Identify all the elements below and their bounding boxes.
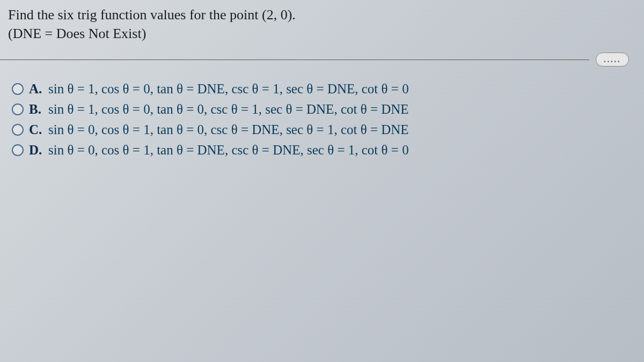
- option-d[interactable]: D. sin θ = 0, cos θ = 1, tan θ = DNE, cs…: [12, 143, 632, 158]
- option-b[interactable]: B. sin θ = 1, cos θ = 0, tan θ = 0, csc …: [12, 102, 632, 117]
- radio-d[interactable]: [12, 144, 24, 156]
- more-button[interactable]: .....: [596, 53, 629, 67]
- radio-c[interactable]: [12, 124, 24, 136]
- option-text-d: sin θ = 0, cos θ = 1, tan θ = DNE, csc θ…: [48, 143, 409, 158]
- option-letter-d: D.: [29, 143, 44, 158]
- option-a[interactable]: A. sin θ = 1, cos θ = 0, tan θ = DNE, cs…: [12, 82, 632, 97]
- option-text-a: sin θ = 1, cos θ = 0, tan θ = DNE, csc θ…: [48, 82, 409, 97]
- radio-a[interactable]: [12, 83, 24, 95]
- option-text-c: sin θ = 0, cos θ = 1, tan θ = 0, csc θ =…: [48, 122, 409, 137]
- question-line-1: Find the six trig function values for th…: [8, 5, 633, 24]
- option-letter-a: A.: [29, 82, 44, 97]
- option-letter-b: B.: [29, 102, 44, 117]
- divider-line: [0, 60, 589, 60]
- question-prompt: Find the six trig function values for th…: [0, 0, 644, 53]
- option-letter-c: C.: [29, 122, 44, 137]
- options-container: A. sin θ = 1, cos θ = 0, tan θ = DNE, cs…: [0, 82, 644, 158]
- question-line-2: (DNE = Does Not Exist): [8, 24, 633, 43]
- radio-b[interactable]: [12, 104, 24, 115]
- option-text-b: sin θ = 1, cos θ = 0, tan θ = 0, csc θ =…: [48, 102, 409, 117]
- divider-row: .....: [0, 53, 644, 67]
- option-c[interactable]: C. sin θ = 0, cos θ = 1, tan θ = 0, csc …: [12, 122, 632, 137]
